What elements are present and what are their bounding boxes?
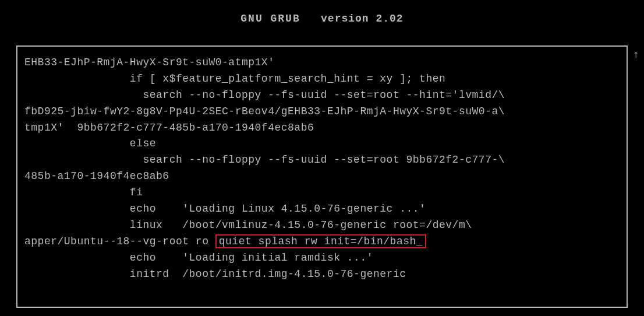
grub-version: version 2.02 bbox=[321, 13, 404, 24]
code-line[interactable]: tmp1X' 9bb672f2-c777-485b-a170-1940f4ec8… bbox=[24, 122, 314, 134]
code-line[interactable]: initrd /boot/initrd.img-4.15.0-76-generi… bbox=[24, 268, 406, 280]
grub-edit-content[interactable]: EHB33-EJhP-RmjA-HwyX-Sr9t-suW0-atmp1X' i… bbox=[24, 55, 621, 282]
code-line[interactable]: apper/Ubuntu--18--vg-root ro bbox=[24, 236, 215, 247]
code-line[interactable]: search --no-floppy --fs-uuid --set=root … bbox=[24, 154, 505, 166]
code-line[interactable]: if [ x$feature_platform_search_hint = xy… bbox=[24, 73, 445, 85]
code-line[interactable]: EHB33-EJhP-RmjA-HwyX-Sr9t-suW0-atmp1X' bbox=[24, 57, 274, 68]
code-line[interactable]: 485b-a170-1940f4ec8ab6 bbox=[24, 170, 169, 182]
grub-title: GNU GRUB bbox=[240, 13, 300, 24]
grub-header: GNU GRUB version 2.02 bbox=[0, 0, 644, 33]
code-line[interactable]: echo 'Loading Linux 4.15.0-76-generic ..… bbox=[24, 203, 426, 215]
code-line[interactable]: fi bbox=[24, 187, 143, 198]
scroll-up-arrow-icon[interactable]: ↑ bbox=[633, 49, 639, 61]
code-line[interactable]: linux /boot/vmlinuz-4.15.0-76-generic ro… bbox=[24, 219, 472, 231]
code-line[interactable]: fbD925-jbiw-fwY2-8g8V-Pp4U-2SEC-rBeov4/g… bbox=[24, 106, 505, 117]
code-line[interactable]: echo 'Loading initial ramdisk ...' bbox=[24, 252, 373, 264]
grub-edit-frame[interactable]: EHB33-EJhP-RmjA-HwyX-Sr9t-suW0-atmp1X' i… bbox=[16, 45, 628, 308]
code-line[interactable]: search --no-floppy --fs-uuid --set=root … bbox=[24, 89, 505, 101]
highlighted-kernel-params[interactable]: quiet splash rw init=/bin/bash_ bbox=[215, 234, 426, 248]
code-line[interactable]: else bbox=[24, 138, 156, 149]
